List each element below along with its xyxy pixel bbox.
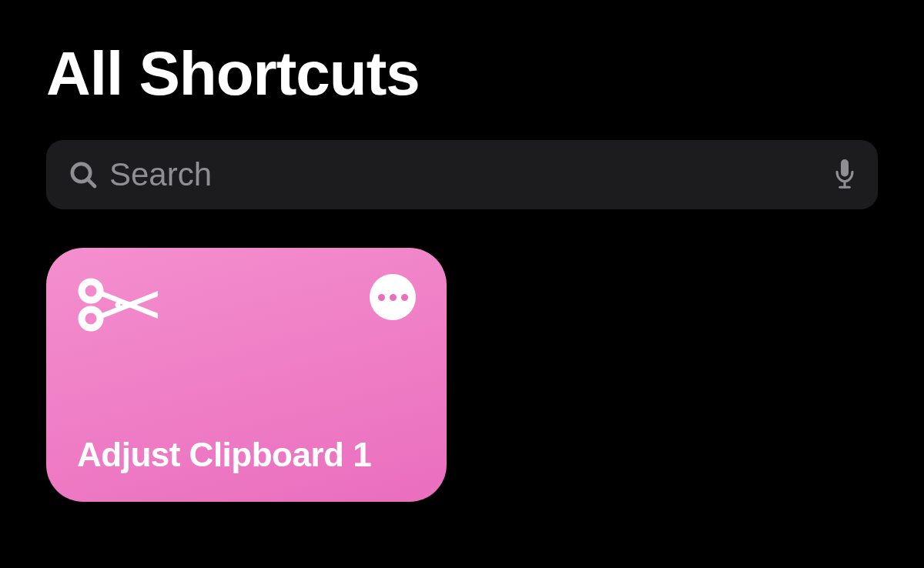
svg-point-5	[82, 282, 100, 300]
tile-header	[77, 274, 416, 336]
svg-rect-2	[841, 159, 849, 177]
dot-icon	[378, 294, 385, 301]
shortcut-label: Adjust Clipboard 1	[77, 436, 416, 474]
svg-line-1	[88, 179, 95, 186]
more-button[interactable]	[370, 274, 416, 320]
shortcut-tile[interactable]: Adjust Clipboard 1	[46, 248, 447, 502]
search-bar[interactable]	[46, 140, 878, 209]
page-title: All Shortcuts	[46, 38, 878, 109]
mic-icon[interactable]	[833, 158, 856, 192]
search-icon	[68, 159, 99, 190]
svg-point-6	[82, 309, 100, 328]
shortcuts-grid: Adjust Clipboard 1	[46, 248, 878, 502]
search-input[interactable]	[109, 156, 833, 193]
dot-icon	[401, 294, 408, 301]
scissors-icon	[77, 274, 162, 336]
dot-icon	[390, 294, 397, 301]
svg-point-7	[116, 302, 121, 308]
